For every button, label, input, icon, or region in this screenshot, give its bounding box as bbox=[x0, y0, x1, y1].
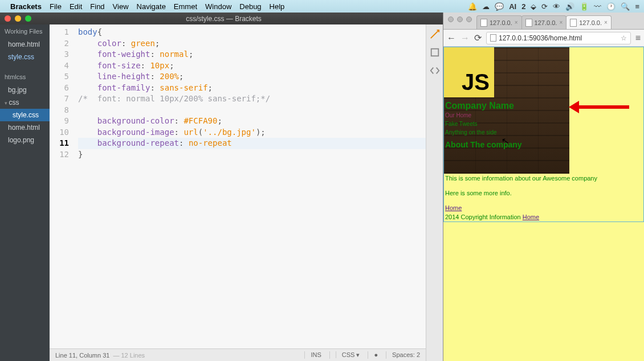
adobe-icon[interactable]: AI bbox=[509, 2, 516, 11]
spotlight-icon[interactable]: 🔍 bbox=[621, 2, 630, 11]
menu-view[interactable]: View bbox=[113, 2, 129, 11]
page-background-image: JS Company Name Our Home Fake Tweets Any… bbox=[444, 47, 569, 174]
about-heading: About The company bbox=[444, 137, 523, 153]
page-icon bbox=[490, 34, 496, 42]
menu-debug[interactable]: Debug bbox=[239, 2, 261, 11]
about-paragraph-1: This is some information about our Aweso… bbox=[444, 174, 643, 183]
num-icon[interactable]: 2 bbox=[521, 2, 525, 11]
clock-icon[interactable]: 🕐 bbox=[606, 2, 616, 11]
brackets-titlebar: css/style.css — Brackets bbox=[0, 13, 443, 24]
menubar-right: 🔔 ☁ 💬 AI 2 ⬙ ⟳ 👁 🔊 🔋 〰 🕐 🔍 ≡ bbox=[468, 2, 639, 11]
chat-icon[interactable]: 💬 bbox=[495, 2, 504, 11]
chrome-toolbar: ← → ⟳ 127.0.0.1:59036/home.html ☆ ≡ bbox=[443, 30, 644, 47]
sync-icon[interactable]: ⟳ bbox=[541, 2, 548, 11]
status-circle[interactable]: ● bbox=[368, 351, 378, 359]
nav-link-tweets[interactable]: Fake Tweets bbox=[444, 120, 523, 128]
back-button[interactable]: ← bbox=[447, 33, 456, 43]
tree-style-css[interactable]: style.css bbox=[0, 109, 50, 121]
address-bar[interactable]: 127.0.0.1:59036/home.html ☆ bbox=[486, 32, 631, 44]
mac-menubar: Brackets File Edit Find View Navigate Em… bbox=[0, 0, 644, 13]
chrome-menu-icon[interactable]: ≡ bbox=[635, 33, 641, 43]
nav-link-side[interactable]: Anything on the side bbox=[444, 128, 523, 137]
annotation-arrow bbox=[569, 102, 637, 112]
menu-edit[interactable]: Edit bbox=[70, 2, 82, 11]
chrome-window: 127.0.0.× 127.0.0.× 127.0.0.× ← → ⟳ 127.… bbox=[443, 13, 644, 361]
chrome-minimize[interactable] bbox=[457, 17, 463, 22]
browser-tab-2[interactable]: 127.0.0.× bbox=[521, 15, 567, 29]
about-paragraph-2: Here is some more info. bbox=[444, 188, 643, 198]
dropbox-icon[interactable]: ⬙ bbox=[531, 2, 536, 11]
bell-icon[interactable]: 🔔 bbox=[468, 2, 477, 11]
brackets-right-rail bbox=[426, 24, 443, 361]
tree-logo-png[interactable]: logo.png bbox=[0, 134, 50, 146]
menu-emmet[interactable]: Emmet bbox=[174, 2, 197, 11]
lang-mode[interactable]: CSS ▾ bbox=[329, 351, 360, 359]
insert-mode[interactable]: INS bbox=[304, 351, 321, 359]
line-gutter: 123456789101112 bbox=[50, 24, 75, 348]
close-icon[interactable]: × bbox=[515, 19, 518, 26]
code-editor[interactable]: 123456789101112 body{ color: green; font… bbox=[50, 24, 426, 348]
close-icon[interactable]: × bbox=[604, 19, 608, 26]
tree-css-folder[interactable]: css bbox=[0, 96, 50, 109]
code-icon[interactable] bbox=[430, 65, 440, 76]
brackets-sidebar: Working Files home.html style.css htmlcs… bbox=[0, 24, 50, 361]
code-area[interactable]: body{ color: green; font-weight: normal;… bbox=[75, 24, 426, 348]
menu-find[interactable]: Find bbox=[90, 2, 104, 11]
menubar-app[interactable]: Brackets bbox=[10, 2, 42, 11]
page-icon bbox=[570, 19, 577, 27]
volume-icon[interactable]: 🔊 bbox=[565, 2, 574, 11]
nav-link-home[interactable]: Our Home bbox=[444, 111, 523, 120]
chrome-zoom[interactable] bbox=[466, 17, 472, 22]
close-button[interactable] bbox=[5, 15, 11, 22]
logo-image: JS bbox=[444, 47, 494, 97]
cursor-position: Line 11, Column 31 bbox=[55, 352, 109, 359]
bookmark-icon[interactable]: ☆ bbox=[621, 34, 627, 42]
working-file-home[interactable]: home.html bbox=[0, 38, 50, 51]
notif-icon[interactable]: ≡ bbox=[635, 2, 639, 11]
wifi-icon[interactable]: 〰 bbox=[594, 2, 601, 11]
menu-help[interactable]: Help bbox=[270, 2, 285, 11]
extension-icon[interactable] bbox=[430, 47, 440, 58]
tree-bg-jpg[interactable]: bg.jpg bbox=[0, 84, 50, 96]
reload-button[interactable]: ⟳ bbox=[474, 32, 482, 43]
working-files-header: Working Files bbox=[0, 24, 50, 38]
footer-text: 2014 Copyright Information Home bbox=[444, 212, 643, 221]
menu-navigate[interactable]: Navigate bbox=[137, 2, 166, 11]
zoom-button[interactable] bbox=[25, 15, 31, 22]
close-icon[interactable]: × bbox=[559, 19, 563, 26]
window-title: css/style.css — Brackets bbox=[186, 15, 262, 23]
live-preview-icon[interactable] bbox=[430, 29, 440, 39]
working-file-style[interactable]: style.css bbox=[0, 51, 50, 63]
company-heading: Company Name bbox=[444, 97, 523, 111]
spaces-setting[interactable]: Spaces: 2 bbox=[386, 351, 420, 359]
forward-button[interactable]: → bbox=[460, 33, 470, 43]
menu-file[interactable]: File bbox=[50, 2, 62, 11]
browser-tab-3[interactable]: 127.0.0.× bbox=[566, 15, 612, 29]
chrome-tabstrip: 127.0.0.× 127.0.0.× 127.0.0.× bbox=[443, 13, 644, 30]
page-icon bbox=[480, 19, 487, 27]
minimize-button[interactable] bbox=[15, 15, 21, 22]
eye-icon[interactable]: 👁 bbox=[553, 2, 560, 11]
cloud-icon[interactable]: ☁ bbox=[482, 2, 490, 11]
statusbar: Line 11, Column 31 — 12 Lines INS CSS ▾ … bbox=[50, 348, 426, 361]
project-header[interactable]: htmlcss bbox=[0, 70, 50, 84]
tree-home-html[interactable]: home.html bbox=[0, 121, 50, 134]
battery-icon[interactable]: 🔋 bbox=[580, 2, 589, 11]
chrome-close[interactable] bbox=[448, 17, 454, 22]
home-link[interactable]: Home bbox=[445, 204, 462, 211]
total-lines: — 12 Lines bbox=[113, 352, 145, 359]
footer-home-link[interactable]: Home bbox=[523, 214, 539, 220]
browser-viewport[interactable]: JS Company Name Our Home Fake Tweets Any… bbox=[443, 47, 644, 361]
browser-tab-1[interactable]: 127.0.0.× bbox=[476, 15, 522, 29]
page-icon bbox=[525, 19, 532, 27]
menu-window[interactable]: Window bbox=[205, 2, 231, 11]
svg-rect-0 bbox=[431, 49, 438, 56]
brackets-window: css/style.css — Brackets Working Files h… bbox=[0, 13, 443, 361]
url-text: 127.0.0.1:59036/home.html bbox=[499, 34, 582, 42]
